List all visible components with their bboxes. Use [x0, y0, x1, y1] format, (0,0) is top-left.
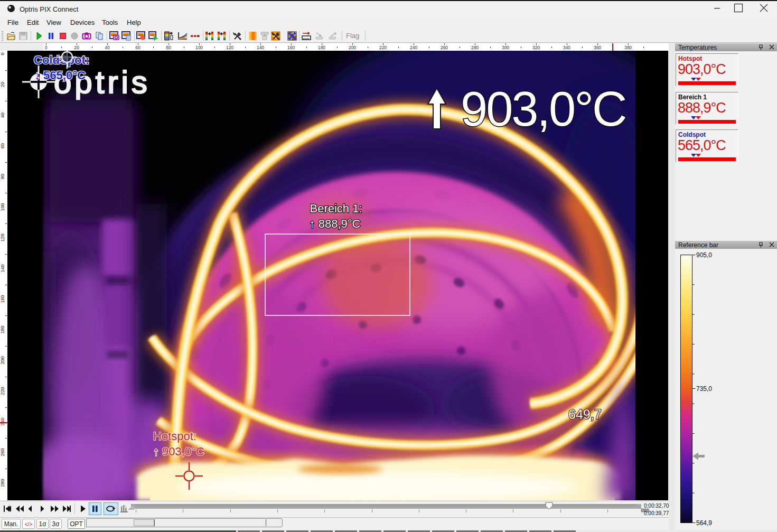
svg-text:735,0: 735,0 — [696, 385, 712, 393]
svg-text:564,9: 564,9 — [696, 519, 712, 527]
svg-text:Hotspot:: Hotspot: — [153, 430, 196, 443]
svg-text:905,0: 905,0 — [696, 252, 712, 259]
svg-text:↓ 565,0°C: ↓ 565,0°C — [34, 69, 86, 82]
svg-text:↑ 888,9°C: ↑ 888,9°C — [310, 217, 361, 230]
svg-text:Bereich 1:: Bereich 1: — [310, 202, 362, 215]
svg-text:↑ 903,0°C: ↑ 903,0°C — [153, 445, 204, 458]
svg-text:903,0°C: 903,0°C — [461, 82, 625, 136]
svg-text:649,7: 649,7 — [568, 407, 602, 422]
